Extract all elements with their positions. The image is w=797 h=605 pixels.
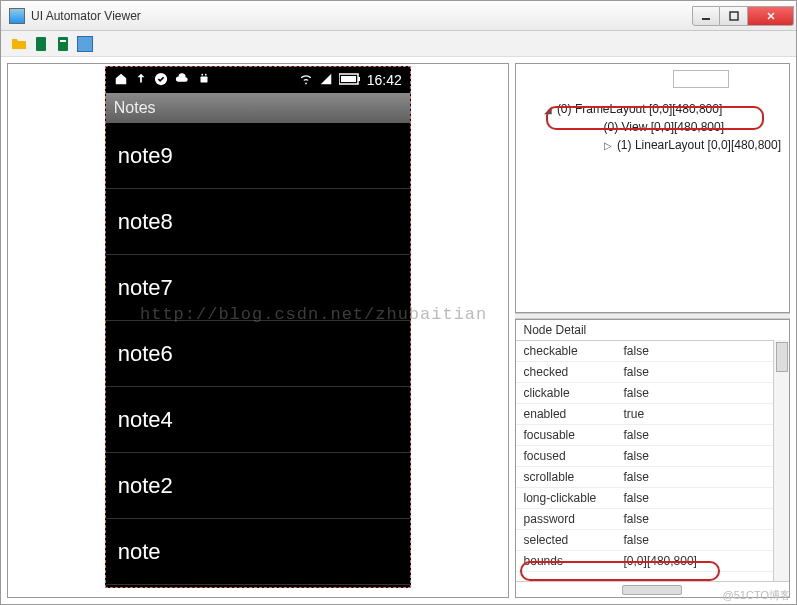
table-row: clickablefalse — [516, 383, 789, 404]
table-row: focusedfalse — [516, 446, 789, 467]
list-item[interactable]: note8 — [106, 189, 410, 255]
tree-node[interactable]: (0) View [0,0][480,800] — [604, 118, 781, 136]
notes-list: note9 note8 note7 note6 note4 note2 note — [106, 123, 410, 585]
node-detail-table: checkablefalse checkedfalse clickablefal… — [516, 341, 789, 581]
svg-rect-1 — [730, 12, 738, 20]
main-area: 16:42 Notes note9 note8 note7 note6 note… — [1, 57, 796, 604]
source-stamp: @51CTO博客 — [723, 588, 791, 603]
device-screenshot-icon[interactable] — [33, 36, 49, 52]
window-buttons — [692, 6, 794, 26]
toolbar — [1, 31, 796, 57]
table-row: bounds[0,0][480,800] — [516, 551, 789, 572]
device-screen: 16:42 Notes note9 note8 note7 note6 note… — [105, 66, 411, 588]
screenshot-pane: 16:42 Notes note9 note8 note7 note6 note… — [7, 63, 509, 598]
wifi-icon — [299, 72, 313, 89]
check-circle-icon — [154, 72, 168, 89]
svg-rect-5 — [58, 37, 68, 51]
hierarchy-tree-pane: ◢ (0) FrameLayout [0,0][480,800] (0) Vie… — [515, 63, 790, 313]
android-statusbar: 16:42 — [106, 67, 410, 93]
tree-node-label[interactable]: (0) FrameLayout [0,0][480,800] — [557, 102, 722, 116]
list-item[interactable]: note4 — [106, 387, 410, 453]
cloud-icon — [174, 72, 190, 89]
minimize-button[interactable] — [692, 6, 720, 26]
svg-rect-6 — [60, 40, 66, 42]
close-button[interactable] — [748, 6, 794, 26]
svg-rect-13 — [358, 77, 360, 81]
signal-icon — [319, 72, 333, 89]
window-titlebar: UI Automator Viewer — [1, 1, 796, 31]
table-row: selectedfalse — [516, 530, 789, 551]
table-row: long-clickablefalse — [516, 488, 789, 509]
clock-text: 16:42 — [367, 72, 402, 88]
open-folder-icon[interactable] — [11, 36, 27, 52]
scrollbar-thumb[interactable] — [776, 342, 788, 372]
list-item[interactable]: note6 — [106, 321, 410, 387]
scrollbar-thumb[interactable] — [622, 585, 682, 595]
table-row: checkablefalse — [516, 341, 789, 362]
battery-icon — [339, 72, 361, 88]
expand-icon[interactable]: ▷ — [604, 140, 614, 151]
tree-node[interactable]: ▷ (1) LinearLayout [0,0][480,800] — [604, 136, 781, 154]
list-item[interactable]: note — [106, 519, 410, 585]
collapse-icon[interactable]: ◢ — [544, 104, 554, 115]
tree-node-label: (1) LinearLayout [0,0][480,800] — [617, 138, 781, 152]
android-icon — [196, 72, 212, 89]
window-title: UI Automator Viewer — [31, 9, 692, 23]
tree-search-input[interactable] — [673, 70, 729, 88]
tree-node-root[interactable]: ◢ (0) FrameLayout [0,0][480,800] — [544, 100, 781, 118]
vertical-scrollbar[interactable] — [773, 340, 789, 581]
svg-rect-0 — [702, 18, 710, 20]
app-icon — [9, 8, 25, 24]
device-dump-icon[interactable] — [55, 36, 71, 52]
table-row: focusablefalse — [516, 425, 789, 446]
node-detail-pane: Node Detail checkablefalse checkedfalse … — [515, 319, 790, 598]
app-title: Notes — [114, 99, 156, 117]
table-row: passwordfalse — [516, 509, 789, 530]
node-detail-header: Node Detail — [516, 320, 789, 341]
table-row: enabledtrue — [516, 404, 789, 425]
table-row: checkedfalse — [516, 362, 789, 383]
maximize-button[interactable] — [720, 6, 748, 26]
right-panel: ◢ (0) FrameLayout [0,0][480,800] (0) Vie… — [515, 63, 790, 598]
list-item[interactable]: note2 — [106, 453, 410, 519]
table-row: scrollablefalse — [516, 467, 789, 488]
svg-rect-8 — [200, 76, 207, 82]
tree-node-label: (0) View [0,0][480,800] — [604, 120, 725, 134]
watermark-text: http://blog.csdn.net/zhubaitian — [140, 305, 487, 324]
app-header: Notes — [106, 93, 410, 123]
svg-rect-4 — [36, 37, 46, 51]
save-icon[interactable] — [77, 36, 93, 52]
home-icon — [114, 72, 128, 89]
list-item[interactable]: note9 — [106, 123, 410, 189]
svg-point-10 — [205, 73, 207, 75]
svg-point-9 — [201, 73, 203, 75]
svg-rect-12 — [341, 76, 356, 82]
upload-icon — [134, 72, 148, 89]
